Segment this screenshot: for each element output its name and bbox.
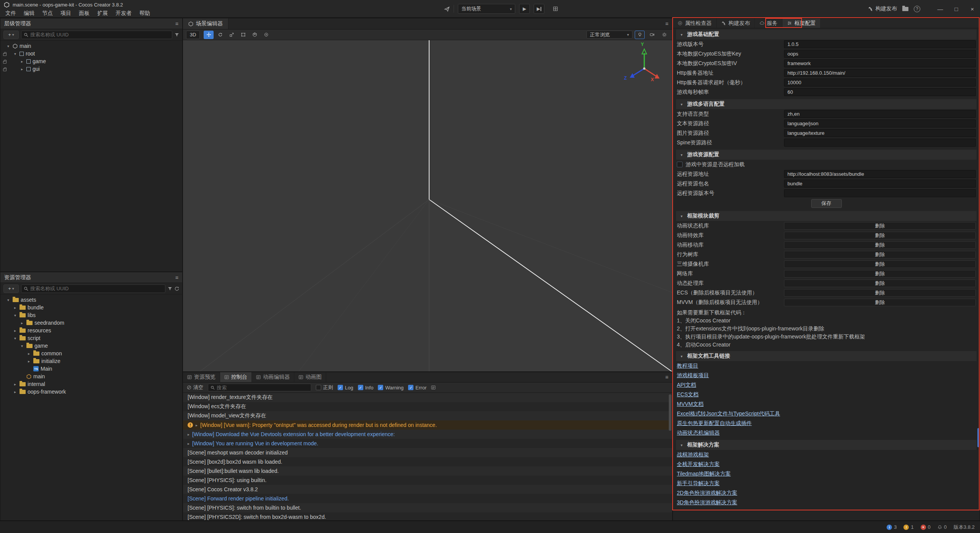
- tree-node[interactable]: ▾main: [0, 42, 182, 50]
- expand-icon[interactable]: ▸: [26, 352, 31, 356]
- field-input[interactable]: [784, 139, 976, 147]
- tree-node[interactable]: ▾root: [0, 50, 182, 57]
- doc-link[interactable]: API文档: [677, 382, 696, 389]
- expand-icon[interactable]: ▸: [188, 441, 189, 446]
- log-row[interactable]: [Window] ecs文件夹存在: [183, 402, 672, 411]
- expand-icon[interactable]: ▸: [13, 306, 18, 310]
- regex-toggle[interactable]: 正则: [316, 384, 333, 391]
- delete-button[interactable]: 删除: [784, 280, 976, 287]
- menu-item[interactable]: 帮助: [136, 10, 154, 17]
- tab-service[interactable]: 服务: [755, 18, 782, 28]
- collapse-icon[interactable]: ▾: [13, 313, 18, 317]
- tree-node[interactable]: ▸bundle: [0, 304, 182, 311]
- tree-node[interactable]: ▸game: [0, 57, 182, 65]
- tree-node[interactable]: ▸resources: [0, 327, 182, 334]
- expand-icon[interactable]: ▸: [26, 359, 31, 363]
- field-input[interactable]: [784, 119, 976, 128]
- section-header[interactable]: ▾游戏多语言配置: [676, 99, 977, 109]
- solution-link[interactable]: Tiledmap地图解决方案: [677, 471, 731, 477]
- delete-button[interactable]: 删除: [784, 260, 976, 268]
- doc-link[interactable]: 原生包热更新配置自动生成插件: [677, 420, 752, 427]
- rotate-tool-icon[interactable]: [215, 31, 225, 39]
- console-search-input[interactable]: [217, 385, 309, 391]
- light-toggle-icon[interactable]: [635, 31, 645, 39]
- warning-count[interactable]: ! 1: [903, 524, 913, 530]
- step-button[interactable]: ▶: [534, 4, 544, 14]
- panel-menu-icon[interactable]: ≡: [175, 275, 178, 281]
- tree-node[interactable]: ▸gui: [0, 65, 182, 73]
- field-input[interactable]: [784, 170, 976, 178]
- tab-preview[interactable]: 资源预览: [183, 372, 220, 382]
- tab-anim-graph[interactable]: 动画图: [294, 372, 326, 382]
- tab-anim-editor[interactable]: 动画编辑器: [252, 372, 294, 382]
- error-count[interactable]: × 0: [921, 524, 931, 530]
- panel-menu-icon[interactable]: ≡: [175, 21, 178, 27]
- collapse-logs-icon[interactable]: [431, 385, 436, 390]
- log-row[interactable]: [Window] render_texture文件夹存在: [183, 393, 672, 402]
- field-input[interactable]: [784, 189, 976, 197]
- log-row[interactable]: ▸[Window] Download the Vue Devtools exte…: [183, 430, 672, 439]
- doc-link[interactable]: 游戏模板项目: [677, 372, 709, 379]
- create-asset-button[interactable]: +▾: [3, 284, 19, 293]
- tree-node[interactable]: ▸seedrandom: [0, 319, 182, 327]
- log-row[interactable]: !▸[Window] [Vue warn]: Property "onInput…: [183, 420, 672, 430]
- field-input[interactable]: [784, 69, 976, 77]
- section-header[interactable]: ▾游戏资源配置: [676, 150, 977, 160]
- mode-3d-button[interactable]: 3D: [186, 31, 200, 39]
- field-input[interactable]: [784, 180, 976, 188]
- field-input[interactable]: [784, 110, 976, 118]
- view-mode-select[interactable]: 正常浏览 ▾: [586, 31, 632, 39]
- layout-grid-icon[interactable]: [553, 6, 558, 11]
- expand-icon[interactable]: ▸: [13, 329, 18, 333]
- notification-bell[interactable]: 0: [938, 524, 947, 530]
- transform-gizmo-icon[interactable]: [250, 31, 260, 39]
- tab-scene-editor[interactable]: 场景编辑器: [183, 18, 229, 29]
- section-header[interactable]: ▾框架文档工具链接: [676, 351, 977, 361]
- save-button[interactable]: 保存: [811, 199, 842, 208]
- tree-node[interactable]: main: [0, 373, 182, 380]
- project-folder-icon[interactable]: [902, 7, 908, 11]
- help-icon[interactable]: ?: [914, 6, 920, 12]
- section-header[interactable]: ▾游戏基础配置: [676, 29, 977, 39]
- filter-error[interactable]: ✓Error: [408, 385, 426, 391]
- section-header[interactable]: ▾框架解决方案: [676, 440, 977, 450]
- orientation-gizmo[interactable]: [623, 46, 665, 88]
- delete-button[interactable]: 删除: [784, 289, 976, 297]
- delete-button[interactable]: 删除: [784, 270, 976, 278]
- assets-search-input[interactable]: [30, 286, 163, 291]
- filter-warning[interactable]: ✓Warning: [378, 385, 403, 391]
- inspector-scrollbar[interactable]: [977, 428, 979, 447]
- tree-node[interactable]: ▾game: [0, 342, 182, 350]
- checkbox-icon[interactable]: ✓: [378, 385, 383, 390]
- tree-node[interactable]: ▸common: [0, 350, 182, 357]
- filter-icon[interactable]: [168, 286, 172, 291]
- filter-log[interactable]: ✓Log: [338, 385, 353, 391]
- tree-node[interactable]: ▸oops-framework: [0, 388, 182, 396]
- solution-link[interactable]: 战棋游戏框架: [677, 451, 709, 458]
- delete-button[interactable]: 删除: [784, 299, 976, 306]
- filter-icon[interactable]: [175, 33, 179, 37]
- collapse-icon[interactable]: ▾: [6, 44, 11, 48]
- panel-menu-icon[interactable]: ≡: [665, 374, 668, 380]
- scale-tool-icon[interactable]: [227, 31, 237, 39]
- log-row[interactable]: [Scene] [bullet]:bullet wasm lib loaded.: [183, 466, 672, 476]
- log-row[interactable]: [Scene] [PHYSICS]: using builtin.: [183, 476, 672, 485]
- log-row[interactable]: [Scene] meshopt wasm decoder initialized: [183, 448, 672, 457]
- tree-node[interactable]: ▸initialize: [0, 357, 182, 365]
- log-row[interactable]: [Scene] [box2d]:box2d wasm lib loaded.: [183, 457, 672, 466]
- camera-icon[interactable]: [647, 31, 657, 39]
- rect-tool-icon[interactable]: [238, 31, 248, 39]
- delete-button[interactable]: 删除: [784, 222, 976, 230]
- log-row[interactable]: [Window] model_view文件夹存在: [183, 411, 672, 420]
- tree-node[interactable]: ▾libs: [0, 311, 182, 319]
- checkbox-icon[interactable]: ✓: [408, 385, 413, 390]
- menu-item[interactable]: 节点: [38, 10, 57, 17]
- collapse-icon[interactable]: ▾: [13, 336, 18, 340]
- clear-console-button[interactable]: 清空: [187, 384, 203, 391]
- build-publish-button[interactable]: 构建发布: [868, 5, 897, 12]
- checkbox-icon[interactable]: ✓: [338, 385, 343, 390]
- play-button[interactable]: ▶: [519, 4, 530, 14]
- doc-link[interactable]: MVVM文档: [677, 401, 704, 408]
- maximize-button[interactable]: □: [951, 6, 962, 12]
- minimize-button[interactable]: —: [935, 6, 946, 12]
